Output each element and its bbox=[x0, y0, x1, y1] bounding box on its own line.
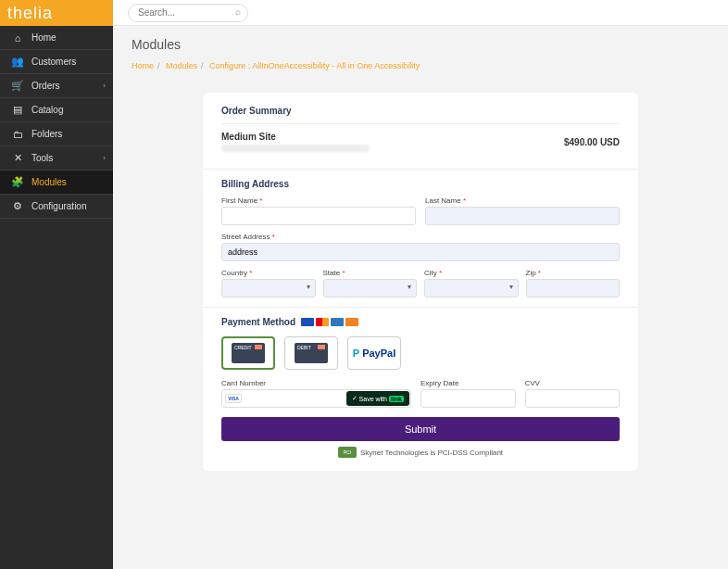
breadcrumb: Home/ Modules/ Configure : AllInOneAcces… bbox=[132, 61, 709, 70]
payment-options: P PayPal bbox=[221, 336, 620, 370]
first-name-label: First Name bbox=[221, 196, 416, 205]
logo: thelia bbox=[0, 0, 113, 26]
sidebar-item-label: Modules bbox=[31, 177, 67, 187]
expiry-label: Expiry Date bbox=[420, 379, 516, 387]
credit-card-icon bbox=[232, 343, 265, 363]
state-label: State bbox=[323, 269, 418, 277]
sidebar-item-configuration[interactable]: ⚙Configuration bbox=[0, 195, 113, 219]
pci-footer: PCI Skynet Technologies is PCI-DSS Compl… bbox=[221, 447, 620, 458]
sidebar-item-folders[interactable]: 🗀Folders bbox=[0, 122, 113, 146]
sidebar-item-label: Configuration bbox=[31, 201, 86, 211]
gear-icon: ⚙ bbox=[9, 200, 26, 212]
submit-button[interactable]: Submit bbox=[221, 417, 620, 441]
chevron-right-icon: › bbox=[103, 82, 106, 90]
divider bbox=[203, 307, 638, 308]
zip-label: Zip bbox=[526, 269, 621, 277]
search-input[interactable] bbox=[128, 4, 248, 22]
chevron-right-icon: › bbox=[103, 154, 106, 162]
credit-card-option[interactable] bbox=[221, 336, 275, 370]
save-with-link-button[interactable]: ✓ Save with link bbox=[346, 391, 409, 406]
checkout-card: Order Summary Medium Site $490.00 USD Bi… bbox=[203, 93, 638, 471]
sidebar-item-modules[interactable]: 🧩Modules bbox=[0, 171, 113, 195]
cvv-label: CVV bbox=[525, 379, 621, 387]
paypal-option[interactable]: P PayPal bbox=[347, 336, 401, 370]
catalog-icon: ▤ bbox=[9, 104, 26, 116]
order-name: Medium Site bbox=[221, 132, 370, 142]
card-brand-badge: VISA bbox=[225, 394, 242, 403]
sidebar-item-catalog[interactable]: ▤Catalog bbox=[0, 98, 113, 122]
tools-icon: ✕ bbox=[9, 152, 26, 164]
sidebar: ⌂Home 👥Customers 🛒Orders› ▤Catalog 🗀Fold… bbox=[0, 26, 113, 569]
sidebar-item-home[interactable]: ⌂Home bbox=[0, 26, 113, 50]
country-label: Country bbox=[221, 269, 316, 277]
top-bar: thelia ⌕ bbox=[0, 0, 728, 26]
zip-input[interactable] bbox=[526, 279, 621, 297]
page-title: Modules bbox=[132, 37, 709, 52]
payment-title: Payment Method bbox=[221, 317, 295, 327]
order-row: Medium Site $490.00 USD bbox=[221, 123, 620, 159]
modules-icon: 🧩 bbox=[9, 176, 26, 188]
layout: ⌂Home 👥Customers 🛒Orders› ▤Catalog 🗀Fold… bbox=[0, 26, 728, 569]
breadcrumb-modules[interactable]: Modules bbox=[166, 61, 197, 70]
street-label: Street Address bbox=[221, 233, 620, 241]
main-content: Modules Home/ Modules/ Configure : AllIn… bbox=[113, 26, 728, 569]
card-brand-icons bbox=[301, 318, 358, 326]
last-name-input[interactable] bbox=[425, 207, 620, 225]
sidebar-item-label: Tools bbox=[31, 153, 53, 163]
sidebar-item-label: Home bbox=[31, 32, 56, 43]
amex-icon bbox=[331, 318, 344, 326]
visa-icon bbox=[301, 318, 314, 326]
cart-icon: 🛒 bbox=[9, 80, 26, 92]
order-summary-title: Order Summary bbox=[221, 106, 620, 116]
sidebar-item-label: Folders bbox=[31, 129, 62, 139]
folder-icon: 🗀 bbox=[9, 129, 26, 140]
pci-text: Skynet Technologies is PCI-DSS Compliant bbox=[360, 449, 503, 457]
breadcrumb-home[interactable]: Home bbox=[132, 61, 154, 70]
order-detail-blur bbox=[221, 145, 370, 152]
sidebar-item-customers[interactable]: 👥Customers bbox=[0, 50, 113, 74]
search-wrap: ⌕ bbox=[113, 0, 728, 25]
search-box: ⌕ bbox=[128, 4, 248, 22]
last-name-label: Last Name bbox=[425, 196, 620, 205]
sidebar-item-orders[interactable]: 🛒Orders› bbox=[0, 74, 113, 98]
first-name-input[interactable] bbox=[221, 207, 416, 225]
sidebar-item-label: Customers bbox=[31, 57, 76, 67]
street-input[interactable] bbox=[221, 243, 620, 261]
debit-card-icon bbox=[295, 343, 328, 363]
city-label: City bbox=[424, 269, 519, 277]
divider bbox=[203, 169, 638, 170]
cvv-input[interactable] bbox=[525, 389, 621, 408]
state-select[interactable] bbox=[323, 279, 418, 297]
sidebar-item-label: Catalog bbox=[31, 105, 63, 115]
discover-icon bbox=[345, 318, 358, 326]
sidebar-item-label: Orders bbox=[31, 81, 60, 91]
card-number-label: Card Number bbox=[221, 379, 411, 387]
city-select[interactable] bbox=[424, 279, 519, 297]
search-icon[interactable]: ⌕ bbox=[235, 6, 241, 17]
sidebar-item-tools[interactable]: ✕Tools› bbox=[0, 146, 113, 171]
debit-card-option[interactable] bbox=[284, 336, 338, 370]
home-icon: ⌂ bbox=[9, 32, 26, 44]
paypal-icon: P PayPal bbox=[353, 348, 395, 359]
country-select[interactable] bbox=[221, 279, 316, 297]
billing-title: Billing Address bbox=[221, 179, 620, 189]
pci-badge-icon: PCI bbox=[338, 447, 357, 458]
breadcrumb-current: Configure : AllInOneAccessibility - All … bbox=[209, 61, 420, 70]
expiry-input[interactable] bbox=[420, 389, 516, 408]
users-icon: 👥 bbox=[9, 56, 26, 68]
mastercard-icon bbox=[316, 318, 329, 326]
order-price: $490.00 USD bbox=[564, 137, 620, 147]
